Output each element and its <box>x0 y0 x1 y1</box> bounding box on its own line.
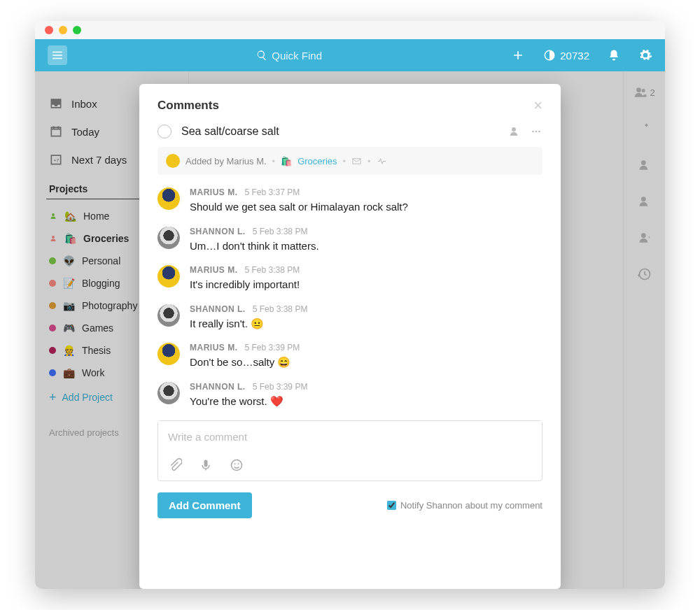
svg-point-17 <box>232 460 242 471</box>
author-avatar <box>166 154 180 168</box>
comment-author: SHANNON L. <box>190 304 246 314</box>
modal-overlay[interactable]: Comments × Sea salt/coarse salt Added by… <box>35 71 665 589</box>
task-name: Sea salt/coarse salt <box>181 125 498 138</box>
microphone-icon[interactable] <box>199 458 213 472</box>
settings-icon[interactable] <box>638 48 652 62</box>
comment-input[interactable] <box>158 421 542 453</box>
search-input[interactable]: Quick Find <box>256 50 322 62</box>
attachment-icon[interactable] <box>168 458 182 472</box>
close-window-button[interactable] <box>45 26 53 34</box>
comment-1: SHANNON L. 5 Feb 3:38 PM Um…I don't thin… <box>158 227 542 253</box>
comment-time: 5 Feb 3:38 PM <box>253 227 308 236</box>
comment-author: MARIUS M. <box>190 343 238 353</box>
comment-input-box <box>158 420 542 481</box>
modal-title: Comments <box>158 99 219 113</box>
comment-author: MARIUS M. <box>190 187 238 197</box>
notify-checkbox-label[interactable]: Notify Shannon about my comment <box>387 500 542 511</box>
comment-time: 5 Feb 3:39 PM <box>253 382 308 392</box>
comments-modal: Comments × Sea salt/coarse salt Added by… <box>139 84 561 589</box>
minimize-window-button[interactable] <box>59 26 67 34</box>
emoji-icon[interactable] <box>230 458 244 472</box>
comment-author: MARIUS M. <box>190 265 238 275</box>
comment-avatar <box>158 187 180 210</box>
svg-point-14 <box>538 131 540 133</box>
comment-3: SHANNON L. 5 Feb 3:38 PM It really isn't… <box>158 304 542 331</box>
more-icon[interactable] <box>530 125 542 138</box>
svg-point-12 <box>532 131 534 133</box>
complete-task-checkbox[interactable] <box>158 124 172 138</box>
notifications-icon[interactable] <box>608 49 620 62</box>
comment-text: Um…I don't think it matters. <box>190 239 319 253</box>
svg-rect-16 <box>204 460 208 467</box>
comment-text: You're the worst. ❤️ <box>190 394 307 408</box>
comment-text: Don't be so…salty 😄 <box>190 355 300 369</box>
add-task-icon[interactable] <box>511 48 525 62</box>
comment-time: 5 Feb 3:39 PM <box>245 343 300 353</box>
comment-avatar <box>158 304 180 327</box>
notify-checkbox[interactable] <box>387 501 396 510</box>
task-meta: Added by Marius M. • 🛍️ Groceries • • <box>158 147 542 175</box>
project-link[interactable]: Groceries <box>298 156 337 166</box>
added-by-label: Added by Marius M. <box>186 156 267 166</box>
maximize-window-button[interactable] <box>73 26 81 34</box>
comment-avatar <box>158 343 180 365</box>
svg-point-13 <box>536 131 538 133</box>
comment-time: 5 Feb 3:37 PM <box>245 187 300 197</box>
app-logo[interactable] <box>48 45 67 65</box>
close-icon[interactable]: × <box>533 98 542 113</box>
app-window: Quick Find 20732 Inbox Today <box>35 21 665 589</box>
project-emoji: 🛍️ <box>281 156 292 166</box>
comment-4: MARIUS M. 5 Feb 3:39 PM Don't be so…salt… <box>158 343 542 369</box>
comment-avatar <box>158 227 180 249</box>
svg-point-11 <box>512 127 516 131</box>
search-icon <box>256 50 267 61</box>
assignee-icon[interactable] <box>507 125 520 138</box>
comment-text: Should we get sea salt or Himalayan rock… <box>190 200 408 214</box>
comment-author: SHANNON L. <box>190 382 246 392</box>
titlebar <box>35 21 665 39</box>
svg-rect-15 <box>353 158 360 164</box>
comment-time: 5 Feb 3:38 PM <box>245 265 300 275</box>
add-comment-button[interactable]: Add Comment <box>158 492 252 518</box>
comment-text: It's incredibly important! <box>190 278 300 292</box>
activity-meta-icon[interactable] <box>377 156 387 166</box>
comment-5: SHANNON L. 5 Feb 3:39 PM You're the wors… <box>158 382 542 408</box>
karma-score[interactable]: 20732 <box>543 49 589 62</box>
svg-point-18 <box>234 463 236 464</box>
svg-point-19 <box>238 463 239 464</box>
comment-2: MARIUS M. 5 Feb 3:38 PM It's incredibly … <box>158 265 542 292</box>
comment-avatar <box>158 382 180 404</box>
topbar: Quick Find 20732 <box>35 39 665 71</box>
karma-icon <box>543 49 556 62</box>
comment-text: It really isn't. 😐 <box>190 317 307 331</box>
mail-icon[interactable] <box>351 156 362 166</box>
comment-0: MARIUS M. 5 Feb 3:37 PM Should we get se… <box>158 187 542 214</box>
search-placeholder: Quick Find <box>272 50 322 62</box>
comment-avatar <box>158 265 180 287</box>
comment-time: 5 Feb 3:38 PM <box>253 304 308 314</box>
comment-author: SHANNON L. <box>190 227 246 236</box>
